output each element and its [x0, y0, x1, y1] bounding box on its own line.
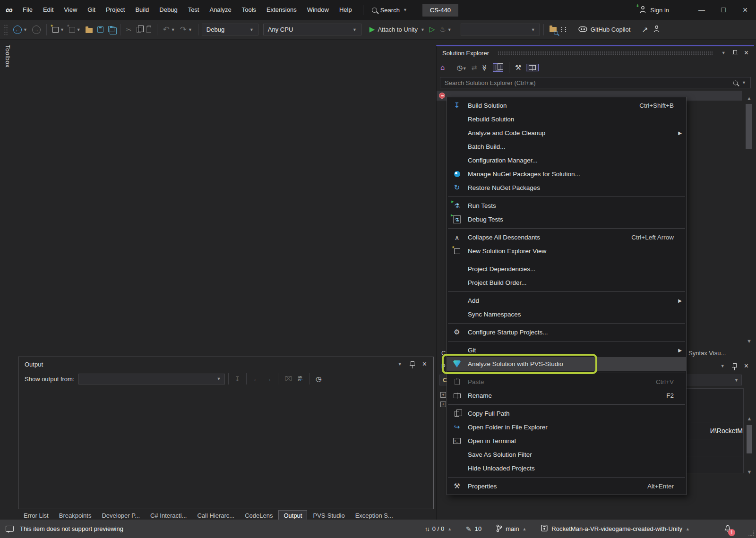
- context-menu-item-project-dependencies[interactable]: Project Dependencies...: [447, 262, 686, 276]
- redo-button[interactable]: ↷▼: [178, 22, 195, 38]
- solution-explorer-header[interactable]: Solution Explorer ▼ ×: [437, 46, 754, 60]
- context-menu-item-debug-tests[interactable]: ▶⚗Debug Tests: [447, 213, 686, 226]
- titlebar-search[interactable]: Search ▼: [369, 7, 410, 14]
- menubar-item-project[interactable]: Project: [101, 0, 130, 20]
- output-source-dropdown[interactable]: ▼: [78, 374, 225, 384]
- window-position-icon[interactable]: ▼: [398, 362, 402, 367]
- live-share-button[interactable]: [651, 22, 662, 38]
- platform-dropdown[interactable]: Any CPU▼: [263, 24, 361, 35]
- toolbar-grip[interactable]: [4, 24, 8, 35]
- menubar-item-test[interactable]: Test: [183, 0, 205, 20]
- context-menu-item-run-tests[interactable]: ▶⚗Run Tests: [447, 199, 686, 213]
- context-menu-item-open-in-terminal[interactable]: ›_Open in Terminal: [447, 434, 686, 448]
- share-button[interactable]: ↗: [639, 22, 650, 38]
- save-button[interactable]: [95, 22, 106, 38]
- profile-dropdown[interactable]: ▼: [461, 24, 540, 35]
- save-all-button[interactable]: [106, 22, 117, 38]
- sign-in-button[interactable]: + Sign in: [639, 6, 669, 15]
- navigate-back-button[interactable]: ←▼: [11, 22, 30, 38]
- bottom-tab-error-list[interactable]: Error List: [19, 511, 53, 521]
- context-menu-item-new-solution-explorer-view[interactable]: *New Solution Explorer View: [447, 244, 686, 258]
- expander-plus-icon[interactable]: +: [440, 401, 446, 407]
- find-in-files-button[interactable]: [547, 22, 559, 38]
- menubar-item-file[interactable]: File: [17, 0, 38, 20]
- preview-selected-items-icon[interactable]: [526, 64, 539, 71]
- notifications-button[interactable]: 1: [724, 524, 731, 534]
- window-position-icon[interactable]: ▼: [722, 51, 726, 55]
- toolbar-options-icon[interactable]: [559, 22, 568, 38]
- bottom-tab-pvs-studio[interactable]: PVS-Studio: [308, 511, 349, 521]
- pending-edits-indicator[interactable]: ✎ 10: [466, 525, 481, 532]
- context-menu-item-copy-full-path[interactable]: Copy Full Path: [447, 407, 686, 420]
- window-position-icon[interactable]: ▼: [721, 364, 725, 368]
- scroll-down-arrow[interactable]: ▼: [746, 469, 753, 475]
- context-menu-item-restore-nuget-packages[interactable]: ↻Restore NuGet Packages: [447, 181, 686, 195]
- copy-button[interactable]: [134, 22, 144, 38]
- properties-wrench-icon[interactable]: ⚒: [515, 64, 521, 71]
- menubar-item-view[interactable]: View: [59, 0, 82, 20]
- context-menu-item-hide-unloaded-projects[interactable]: Hide Unloaded Projects: [447, 461, 686, 475]
- bottom-tab-exception-s[interactable]: Exception S...: [351, 511, 398, 521]
- menubar-item-analyze[interactable]: Analyze: [204, 0, 236, 20]
- menubar-item-extensions[interactable]: Extensions: [261, 0, 302, 20]
- context-menu-item-open-folder-in-file-explorer[interactable]: ↪Open Folder in File Explorer: [447, 420, 686, 434]
- scroll-down-arrow[interactable]: ▼: [747, 338, 752, 344]
- solution-badge[interactable]: CS-440: [422, 4, 458, 17]
- pin-icon[interactable]: [732, 363, 737, 370]
- expander-plus-icon[interactable]: +: [440, 392, 446, 398]
- menubar-item-help[interactable]: Help: [334, 0, 357, 20]
- repository-selector[interactable]: RocketMan-a-VR-videogame-created-with-Un…: [541, 524, 690, 533]
- tab-syntax-visualizer[interactable]: Syntax Visu...: [688, 350, 726, 357]
- close-icon[interactable]: ×: [744, 362, 748, 370]
- context-menu-item-manage-nuget-packages-for-solution[interactable]: Manage NuGet Packages for Solution...: [447, 167, 686, 181]
- cut-button[interactable]: ✂: [124, 22, 134, 38]
- sync-icon[interactable]: ⇄: [472, 64, 477, 71]
- timestamp-clock-icon[interactable]: ◷: [316, 375, 321, 383]
- context-menu-item-analyze-and-code-cleanup[interactable]: Analyze and Code Cleanup▶: [447, 126, 686, 140]
- menubar-item-build[interactable]: Build: [130, 0, 154, 20]
- property-row[interactable]: И\RocketM: [684, 422, 744, 439]
- start-without-debugging-button[interactable]: ▷: [427, 22, 438, 38]
- lines-changed-indicator[interactable]: ↑↓ 0 / 0 ▲: [425, 525, 452, 532]
- close-button[interactable]: ×: [734, 0, 756, 20]
- close-icon[interactable]: ×: [422, 360, 427, 368]
- panel-drag-texture[interactable]: [498, 51, 713, 55]
- collapse-all-icon[interactable]: ≫: [482, 64, 488, 71]
- context-menu-item-rename[interactable]: RenameF2: [447, 389, 686, 402]
- next-message-icon[interactable]: →: [265, 375, 272, 383]
- maximize-button[interactable]: □: [713, 0, 734, 20]
- undo-button[interactable]: ↶▼: [161, 22, 178, 38]
- context-menu-item-properties[interactable]: ⚒PropertiesAlt+Enter: [447, 479, 686, 493]
- output-header[interactable]: Output ▼ ×: [18, 357, 433, 371]
- property-row[interactable]: [684, 388, 744, 405]
- context-menu-item-collapse-all-descendants[interactable]: ∧Collapse All DescendantsCtrl+Left Arrow: [447, 231, 686, 244]
- menubar-item-edit[interactable]: Edit: [38, 0, 59, 20]
- resize-grip[interactable]: [747, 529, 755, 537]
- close-icon[interactable]: ×: [744, 49, 748, 57]
- scrollbar-thumb[interactable]: [746, 104, 752, 149]
- configuration-dropdown[interactable]: Debug▼: [202, 24, 258, 35]
- chevron-down-icon[interactable]: ▼: [742, 80, 746, 85]
- scrollbar-thumb[interactable]: [747, 425, 752, 453]
- bottom-tab-call-hierarc[interactable]: Call Hierarc...: [192, 511, 239, 521]
- bottom-tab-breakpoints[interactable]: Breakpoints: [54, 511, 96, 521]
- open-file-button[interactable]: [83, 22, 95, 38]
- new-project-button[interactable]: *▼: [50, 22, 67, 38]
- context-menu-item-configuration-manager[interactable]: Configuration Manager...: [447, 154, 686, 167]
- clear-all-icon[interactable]: ⌧: [284, 375, 292, 383]
- property-row[interactable]: [684, 439, 744, 456]
- toolbox-tab[interactable]: Toolbox: [4, 45, 11, 68]
- context-menu-item-sync-namespaces[interactable]: Sync Namespaces: [447, 307, 686, 321]
- minimize-button[interactable]: —: [691, 0, 713, 20]
- attach-to-unity-button[interactable]: ▶ Attach to Unity ▼: [367, 22, 427, 38]
- bottom-tab-developer-p[interactable]: Developer P...: [97, 511, 145, 521]
- pin-icon[interactable]: [410, 361, 415, 368]
- word-wrap-icon[interactable]: abc↵: [298, 376, 303, 382]
- scroll-up-arrow[interactable]: ▲: [747, 95, 752, 101]
- add-item-button[interactable]: *▼: [67, 22, 83, 38]
- property-row[interactable]: [684, 456, 744, 473]
- pending-changes-filter-icon[interactable]: ◷▼: [457, 64, 467, 71]
- context-menu-item-configure-startup-projects[interactable]: ⚙Configure Startup Projects...: [447, 325, 686, 339]
- hidden-tab-fragment[interactable]: C: [441, 350, 446, 357]
- branch-selector[interactable]: main ▲: [496, 524, 526, 534]
